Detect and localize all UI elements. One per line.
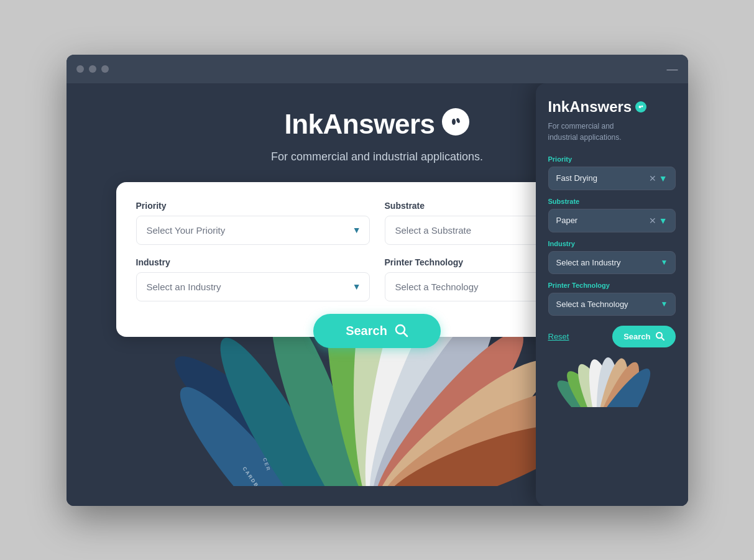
industry-group: Industry Select an Industry Packaging Te… — [136, 257, 370, 301]
search-icon — [395, 324, 408, 337]
mobile-priority-value: Fast Drying — [556, 173, 649, 183]
fan-container: CARDBOARD CER — [160, 337, 595, 486]
mobile-substrate-group: Substrate Paper ✕ ▼ — [548, 198, 676, 232]
svg-point-1 — [452, 119, 456, 125]
mobile-technology-select[interactable]: Select a Technology Inkjet — [548, 293, 676, 316]
priority-group: Priority Select Your Priority Fast Dryin… — [136, 201, 370, 245]
svg-point-18 — [639, 106, 641, 108]
mobile-swatches-svg — [548, 357, 676, 407]
mobile-technology-select-wrapper: Select a Technology Inkjet ▼ — [548, 293, 676, 316]
mobile-panel: InkAnswers For commercial andindustrial … — [536, 83, 688, 506]
mobile-panel-header: InkAnswers — [548, 98, 676, 116]
minimize-dot[interactable] — [89, 65, 96, 73]
svg-line-4 — [403, 333, 407, 336]
window-controls — [76, 65, 109, 73]
mobile-logo-badge — [635, 101, 646, 112]
mobile-substrate-select[interactable]: Paper ✕ ▼ — [548, 209, 676, 232]
maximize-dot[interactable] — [101, 65, 109, 73]
app-main: InkAnswers For commercial and industrial… — [67, 83, 688, 506]
mobile-technology-label: Printer Technology — [548, 282, 676, 289]
mobile-priority-clear-icon[interactable]: ✕ — [649, 173, 656, 183]
browser-window: — InkAnswers For commercial and industri… — [67, 55, 688, 506]
svg-line-21 — [661, 337, 664, 340]
search-button-label: Search — [346, 324, 387, 338]
minimize-button[interactable]: — — [667, 63, 678, 75]
priority-select-wrapper: Select Your Priority Fast Drying Scratch… — [136, 216, 370, 245]
logo-icon — [442, 108, 469, 135]
mobile-industry-select[interactable]: Select an Industry Packaging — [548, 251, 676, 274]
mobile-substrate-label: Substrate — [548, 198, 676, 205]
mobile-industry-group: Industry Select an Industry Packaging ▼ — [548, 240, 676, 274]
mobile-industry-label: Industry — [548, 240, 676, 247]
logo-text: InkAnswers — [285, 109, 435, 140]
industry-select-wrapper: Select an Industry Packaging Textile Sig… — [136, 272, 370, 301]
mobile-search-icon — [656, 332, 664, 341]
mobile-btn-row: Reset Search — [548, 326, 676, 347]
search-button[interactable]: Search — [313, 314, 441, 348]
priority-select[interactable]: Select Your Priority Fast Drying Scratch… — [136, 216, 370, 245]
mobile-industry-select-wrapper: Select an Industry Packaging ▼ — [548, 251, 676, 274]
mobile-substrate-arrow-icon: ▼ — [659, 216, 668, 226]
close-dot[interactable] — [76, 65, 84, 73]
mobile-swatches — [548, 357, 676, 407]
industry-select[interactable]: Select an Industry Packaging Textile Sig… — [136, 272, 370, 301]
svg-point-19 — [641, 105, 643, 107]
priority-label: Priority — [136, 201, 370, 211]
mobile-subtitle: For commercial andindustrial application… — [548, 121, 676, 143]
industry-label: Industry — [136, 257, 370, 267]
mobile-reset-button[interactable]: Reset — [548, 332, 569, 341]
browser-titlebar: — — [67, 55, 688, 83]
mobile-priority-arrow-icon: ▼ — [659, 173, 668, 183]
mobile-priority-label: Priority — [548, 155, 676, 163]
mobile-technology-group: Printer Technology Select a Technology I… — [548, 282, 676, 316]
fan-svg: CARDBOARD CER — [160, 337, 595, 486]
mobile-search-label: Search — [623, 332, 650, 341]
mobile-substrate-clear-icon[interactable]: ✕ — [649, 216, 656, 226]
mobile-substrate-value: Paper — [556, 216, 649, 225]
mobile-priority-select[interactable]: Fast Drying ✕ ▼ — [548, 167, 676, 190]
mobile-search-button[interactable]: Search — [612, 326, 675, 347]
mobile-logo-text: InkAnswers — [548, 98, 632, 116]
mobile-priority-group: Priority Fast Drying ✕ ▼ — [548, 155, 676, 190]
